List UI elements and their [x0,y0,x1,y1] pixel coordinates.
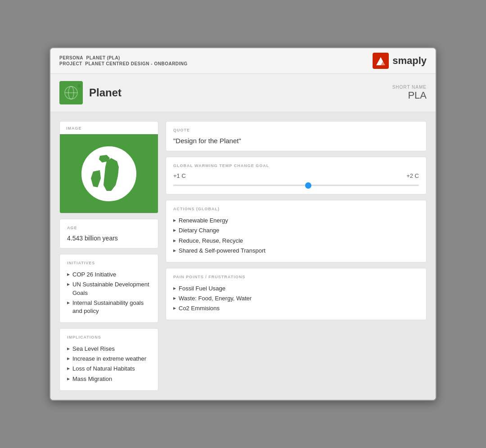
initiatives-list: COP 26 Initiative UN Sustainable Develop… [67,270,151,316]
quote-label: QUOTE [173,128,419,132]
slider-fill [173,185,308,186]
actions-list: Renewable Energy Dietary Change Reduce, … [173,216,419,256]
slider-container[interactable] [173,183,419,188]
initiatives-card: INITIATIVES COP 26 Initiative UN Sustain… [59,254,158,323]
slider-thumb[interactable] [305,182,311,189]
action-item-2: Dietary Change [173,226,419,235]
image-label: IMAGE [60,122,158,134]
action-item-4: Shared & Self-powered Transport [173,246,419,256]
warming-label: GLOBAL WARMING TEMP CHANGE GOAL [173,163,419,168]
top-bar: PERSONA PLANET (PLA) PROJECT PLANET CENT… [50,48,436,74]
quote-card: QUOTE "Design for the Planet" [166,121,427,151]
left-column: IMAGE [59,121,158,391]
persona-name: Planet [89,86,122,99]
pain-label: PAIN POINTS / FRUSTRATIONS [173,275,419,279]
project-label: PROJECT [59,61,82,66]
age-value: 4.543 billion years [67,235,151,242]
slider-max-label: +2 C [406,172,419,179]
implications-card: IMPLICATIONS Sea Level Rises Increase in… [59,328,158,391]
action-item-3: Reduce, Reuse, Recycle [173,236,419,246]
implication-item-4: Mass Migration [67,374,151,384]
persona-meta: PERSONA PLANET (PLA) [59,55,188,60]
actions-card: ACTIONS (GLOBAL) Renewable Energy Dietar… [166,200,427,262]
smaply-logo-icon [373,53,389,69]
short-name-value: PLA [392,90,427,101]
implication-item-1: Sea Level Rises [67,344,151,354]
meta-info: PERSONA PLANET (PLA) PROJECT PLANET CENT… [59,55,188,66]
persona-title-area: Planet [59,81,122,104]
image-card: IMAGE [59,121,158,213]
main-content: IMAGE [50,112,436,400]
pain-item-3: Co2 Emmisions [173,303,419,313]
header-bar: Planet SHORT NAME PLA [50,74,436,112]
pain-item-2: Waste: Food, Energy, Water [173,294,419,303]
implications-label: IMPLICATIONS [67,335,151,339]
initiative-item-3: Internal Sustainability goals and policy [67,298,151,316]
persona-value: PLANET (PLA) [86,55,120,60]
persona-label: PERSONA [59,55,83,60]
age-label: AGE [67,226,151,230]
right-column: QUOTE "Design for the Planet" GLOBAL WAR… [166,121,427,391]
slider-labels: +1 C +2 C [173,172,419,179]
quote-text: "Design for the Planet" [173,137,419,145]
actions-label: ACTIONS (GLOBAL) [173,207,419,211]
globe-image [60,134,158,213]
action-item-1: Renewable Energy [173,216,419,226]
short-name-area: SHORT NAME PLA [392,85,427,101]
globe-svg [80,145,138,203]
implication-item-2: Increase in extreme weather [67,354,151,364]
logo-area: smaply [373,53,427,69]
project-meta: PROJECT PLANET CENTRED DESIGN - ONBOARDI… [59,61,188,66]
slider-track [173,185,419,186]
persona-icon [59,81,83,104]
slider-min-label: +1 C [173,172,186,179]
pain-item-1: Fossil Fuel Usage [173,284,419,294]
implication-item-3: Loss of Natural Habitats [67,364,151,374]
age-card: AGE 4.543 billion years [59,219,158,249]
globe-icon-header [63,85,79,100]
pain-list: Fossil Fuel Usage Waste: Food, Energy, W… [173,284,419,314]
initiative-item-2: UN Sustainable Development Goals [67,280,151,298]
project-value: PLANET CENTRED DESIGN - ONBOARDING [85,61,188,66]
initiative-item-1: COP 26 Initiative [67,270,151,280]
short-name-label: SHORT NAME [392,85,427,90]
initiatives-label: INITIATIVES [67,261,151,265]
logo-text: smaply [392,55,427,67]
implications-list: Sea Level Rises Increase in extreme weat… [67,344,151,384]
pain-card: PAIN POINTS / FRUSTRATIONS Fossil Fuel U… [166,268,427,321]
app-window: PERSONA PLANET (PLA) PROJECT PLANET CENT… [50,47,436,401]
warming-card: GLOBAL WARMING TEMP CHANGE GOAL +1 C +2 … [166,157,427,195]
